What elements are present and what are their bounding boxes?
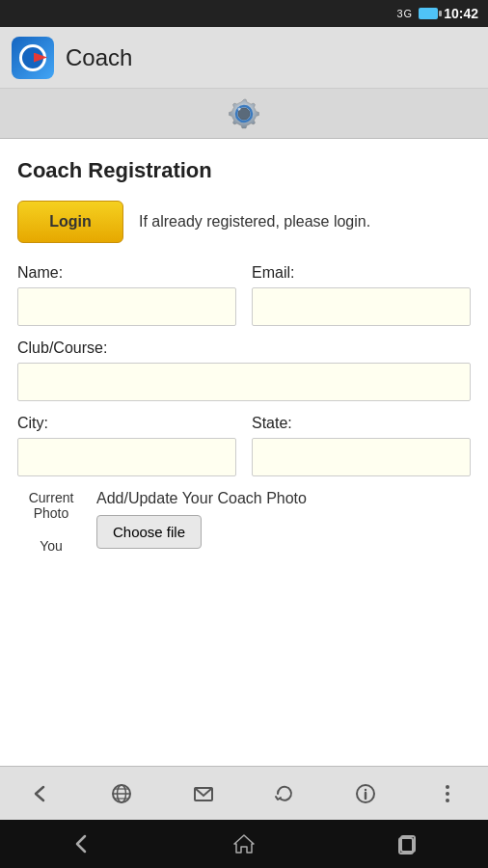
- back-arrow-icon: [30, 783, 51, 804]
- refresh-button[interactable]: [265, 774, 304, 813]
- battery-icon: [419, 8, 438, 19]
- photo-update-label: Add/Update Your Coach Photo: [96, 490, 307, 507]
- city-group: City:: [17, 415, 236, 476]
- toolbar: [0, 89, 488, 139]
- svg-point-14: [446, 799, 449, 802]
- nav-bar: [0, 820, 488, 868]
- svg-point-12: [446, 785, 449, 789]
- nav-back-icon: [68, 830, 95, 857]
- photo-row: CurrentPhoto You Add/Update Your Coach P…: [17, 490, 471, 554]
- clock: 10:42: [444, 6, 478, 21]
- name-input[interactable]: [17, 287, 236, 326]
- email-group: Email:: [252, 264, 471, 326]
- nav-recent-icon: [393, 830, 420, 857]
- status-bar: 3G 10:42: [0, 0, 488, 27]
- svg-point-13: [446, 792, 449, 796]
- gear-icon: [226, 95, 262, 132]
- info-icon: [355, 783, 376, 804]
- nav-home-button[interactable]: [220, 827, 268, 861]
- mail-icon: [193, 783, 214, 804]
- login-button[interactable]: Login: [17, 201, 123, 243]
- refresh-icon: [274, 783, 295, 804]
- back-browser-button[interactable]: [21, 774, 60, 813]
- nav-recent-button[interactable]: [383, 827, 431, 861]
- section-title: Coach Registration: [17, 158, 471, 183]
- signal-indicator: 3G: [397, 8, 414, 19]
- city-label: City:: [17, 415, 236, 432]
- name-email-row: Name: Email:: [17, 264, 471, 326]
- email-label: Email:: [252, 264, 471, 282]
- login-row: Login If already registered, please logi…: [17, 201, 471, 243]
- mail-button[interactable]: [184, 774, 223, 813]
- logo-circle: [19, 44, 46, 71]
- photo-update-section: Add/Update Your Coach Photo Choose file: [96, 490, 307, 549]
- name-label: Name:: [17, 264, 236, 282]
- app-title: Coach: [66, 44, 132, 71]
- login-hint-text: If already registered, please login.: [139, 211, 471, 232]
- club-row: Club/Course:: [17, 339, 471, 401]
- more-dots-icon: [445, 783, 450, 804]
- email-input[interactable]: [252, 287, 471, 326]
- state-group: State:: [252, 415, 471, 476]
- club-input[interactable]: [17, 363, 471, 401]
- svg-point-11: [365, 788, 366, 790]
- logo-flag: [34, 53, 47, 63]
- name-group: Name:: [17, 264, 236, 326]
- main-content: Coach Registration Login If already regi…: [0, 139, 488, 766]
- you-label: You: [17, 538, 85, 554]
- app-header: Coach: [0, 27, 488, 89]
- globe-button[interactable]: [102, 774, 141, 813]
- more-button[interactable]: [428, 774, 467, 813]
- city-input[interactable]: [17, 438, 236, 476]
- bottom-toolbar: [0, 766, 488, 820]
- globe-icon: [111, 783, 132, 804]
- current-photo-label: CurrentPhoto: [17, 490, 85, 521]
- photo-labels: CurrentPhoto You: [17, 490, 85, 554]
- svg-point-2: [238, 107, 241, 110]
- nav-home-icon: [230, 830, 258, 857]
- app-logo: [12, 37, 54, 79]
- info-button[interactable]: [346, 774, 385, 813]
- club-label: Club/Course:: [17, 339, 107, 356]
- city-state-row: City: State:: [17, 415, 471, 476]
- state-label: State:: [252, 415, 471, 432]
- choose-file-button[interactable]: Choose file: [96, 515, 202, 549]
- state-input[interactable]: [252, 438, 471, 476]
- nav-back-button[interactable]: [57, 827, 105, 861]
